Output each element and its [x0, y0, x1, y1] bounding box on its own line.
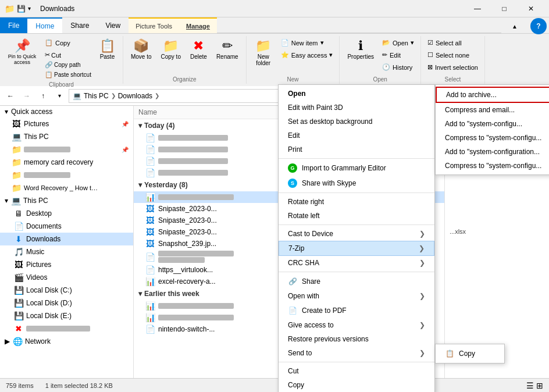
- ctx-give-access[interactable]: Give access to ❯: [279, 318, 434, 332]
- sidebar-label-pictures: Pictures: [24, 120, 49, 128]
- sidebar-item-documents[interactable]: 📄 Documents: [0, 220, 133, 233]
- tab-picture-tools[interactable]: Picture Tools: [129, 17, 179, 33]
- sidebar-label-blurred2: [24, 172, 70, 178]
- submenu-compress-sysconfig2[interactable]: Compress to "system-configu...: [436, 159, 549, 173]
- ctx-create-pdf[interactable]: 📄 Create to PDF: [279, 303, 434, 318]
- ribbon-group-open: ℹ Properties 📂 Open ▾ ✏ Edit 🕐 History: [340, 36, 421, 84]
- help-button[interactable]: ?: [530, 18, 547, 34]
- edit-btn[interactable]: ✏ Edit: [379, 49, 417, 60]
- pin-quick-access-button[interactable]: 📌 Pin to Quick access: [3, 37, 41, 67]
- sidebar-item-videos[interactable]: 🎬 Videos: [0, 271, 133, 284]
- ctx-sep1: [279, 158, 434, 159]
- ctx-send-to[interactable]: Send to ❯: [279, 346, 434, 360]
- select-none-button[interactable]: ☐ Select none: [425, 49, 472, 60]
- sendto-copy[interactable]: 📋 Copy: [436, 346, 504, 361]
- new-item-button[interactable]: 📄 New item ▾: [278, 37, 336, 48]
- submenu-add-sysconfigation[interactable]: Add to "system-configuration...: [436, 145, 549, 159]
- rename-button[interactable]: ✏ Rename: [212, 37, 243, 62]
- sidebar-item-desktop[interactable]: 🖥 Desktop: [0, 207, 133, 220]
- sidebar-item-downloads[interactable]: ⬇ Downloads: [0, 233, 133, 245]
- file-name-virtulook2: [158, 315, 234, 320]
- sidebar-item-network[interactable]: ▶ 🌐 Network: [0, 335, 133, 348]
- sidebar-item-quick-access[interactable]: ▾ Quick access: [0, 106, 133, 117]
- group-yesterday-expand: ▾: [138, 181, 142, 189]
- paste-button[interactable]: ✂ Cut 🔗 Copy path 📋 Paste shortcut: [42, 49, 94, 80]
- sidebar-item-blurred2[interactable]: 📁: [0, 169, 133, 181]
- ctx-share-label: Share: [302, 277, 320, 286]
- sidebar-item-drive-e[interactable]: 💾 Local Disk (E:): [0, 309, 133, 322]
- history-btn[interactable]: 🕐 History: [379, 62, 417, 73]
- add-sysconfig1-label: Add to "system-configu...: [445, 120, 522, 128]
- open-btn[interactable]: 📂 Open ▾: [379, 37, 417, 48]
- ctx-share-skype[interactable]: S Share with Skype: [279, 176, 434, 191]
- copy-button[interactable]: 📋 Copy: [42, 37, 94, 48]
- close-button[interactable]: ✕: [518, 0, 544, 17]
- paste-big-button[interactable]: 📋 Paste: [95, 37, 119, 62]
- delete-button[interactable]: ✖ Delete: [186, 37, 211, 62]
- forward-button[interactable]: →: [20, 89, 34, 103]
- maximize-button[interactable]: □: [491, 0, 518, 17]
- up-button[interactable]: ↑: [36, 89, 50, 103]
- tab-file[interactable]: File: [0, 17, 27, 33]
- sidebar-item-drive-c[interactable]: 💾 Local Disk (C:): [0, 284, 133, 297]
- quick-access-save[interactable]: 💾: [17, 5, 26, 13]
- sidebar-item-memory-card[interactable]: 📁 memory card recovery: [0, 156, 133, 169]
- details-view-btn[interactable]: ☰: [526, 381, 534, 390]
- ctx-rotate-right[interactable]: Rotate right: [279, 195, 434, 209]
- sidebar-item-thispc[interactable]: 💻 This PC: [0, 130, 133, 143]
- tab-view[interactable]: View: [97, 17, 129, 33]
- sidebar-item-blurred1[interactable]: 📁 📌: [0, 143, 133, 156]
- sidebar-item-pictures[interactable]: 🖼 Pictures 📌: [0, 117, 133, 130]
- tab-share[interactable]: Share: [62, 17, 97, 33]
- submenu-compress-email[interactable]: Compress and email...: [436, 103, 549, 117]
- ctx-share[interactable]: 🔗 Share: [279, 274, 434, 289]
- sidebar-item-word-recovery[interactable]: 📁 Word Recovery _ How to Recover Unsaved…: [0, 181, 133, 194]
- tiles-view-btn[interactable]: ⊞: [536, 381, 543, 390]
- sidebar-item-drive-d[interactable]: 💾 Local Disk (D:): [0, 297, 133, 309]
- ribbon-collapse-btn[interactable]: ▲: [501, 17, 528, 35]
- ctx-print[interactable]: Print: [279, 142, 434, 156]
- ctx-restore-versions[interactable]: Restore previous versions: [279, 332, 434, 346]
- ctx-edit-paint3d[interactable]: Edit with Paint 3D: [279, 101, 434, 115]
- ctx-open-with[interactable]: Open with ❯: [279, 289, 434, 303]
- submenu-add-sysconfig1[interactable]: Add to "system-configu...: [436, 117, 549, 131]
- tab-home[interactable]: Home: [27, 17, 62, 33]
- recent-locations-button[interactable]: ▾: [52, 89, 66, 103]
- sidebar-label-word-recovery: Word Recovery _ How to Recover Unsaved W…: [24, 184, 99, 191]
- select-all-button[interactable]: ☑ Select all: [425, 37, 465, 48]
- ctx-cut[interactable]: Cut: [279, 364, 434, 378]
- copy-to-button[interactable]: 📁 Copy to: [157, 37, 185, 62]
- file-icon-0: 📄: [145, 133, 155, 142]
- title-bar-arrow[interactable]: ▾: [28, 5, 31, 12]
- back-button[interactable]: ←: [3, 89, 17, 103]
- invert-selection-button[interactable]: ⊠ Invert selection: [425, 62, 481, 73]
- new-folder-button[interactable]: 📁 Newfolder: [250, 37, 277, 69]
- ctx-import-grammarly[interactable]: G Import to Grammarly Editor: [279, 161, 434, 176]
- ctx-restore-label: Restore previous versions: [288, 335, 369, 343]
- ctx-set-desktop[interactable]: Set as desktop background: [279, 115, 434, 129]
- ctx-cast-device[interactable]: Cast to Device ❯: [279, 227, 434, 241]
- sidebar-label-network: Network: [25, 337, 51, 345]
- ctx-rotate-left[interactable]: Rotate left: [279, 209, 434, 223]
- sidebar-label-videos: Videos: [26, 273, 47, 281]
- ctx-copy[interactable]: Copy: [279, 378, 434, 392]
- path-folder-icon: 💻: [73, 92, 81, 100]
- move-to-button[interactable]: 📦 Move to: [127, 37, 156, 62]
- properties-button[interactable]: ℹ Properties: [343, 37, 378, 62]
- sidebar-item-pictures2[interactable]: 🖼 Pictures: [0, 258, 133, 271]
- sidebar-item-blurred-drive[interactable]: ✖: [0, 322, 133, 335]
- tab-manage[interactable]: Manage: [179, 17, 217, 33]
- sidebar-item-music[interactable]: 🎵 Music: [0, 245, 133, 258]
- ctx-edit[interactable]: Edit: [279, 129, 434, 142]
- sidebar-section-thispc[interactable]: ▾ 💻 This PC: [0, 194, 133, 207]
- ctx-crc-sha[interactable]: CRC SHA ❯: [279, 256, 434, 270]
- pictures-icon: 🖼: [12, 119, 21, 129]
- submenu-compress-sysconfig[interactable]: Compress to "system-configu...: [436, 131, 549, 145]
- submenu-add-archive[interactable]: Add to archive...: [436, 87, 549, 103]
- ctx-7zip[interactable]: 7-Zip ❯: [279, 241, 434, 256]
- minimize-button[interactable]: —: [464, 0, 491, 17]
- easy-access-button[interactable]: ⭐ Easy access ▾: [278, 49, 336, 60]
- ctx-open[interactable]: Open: [279, 87, 434, 101]
- skype-icon: S: [288, 179, 297, 188]
- file-name-snipaste1: Snipaste_2023-0...: [158, 205, 217, 213]
